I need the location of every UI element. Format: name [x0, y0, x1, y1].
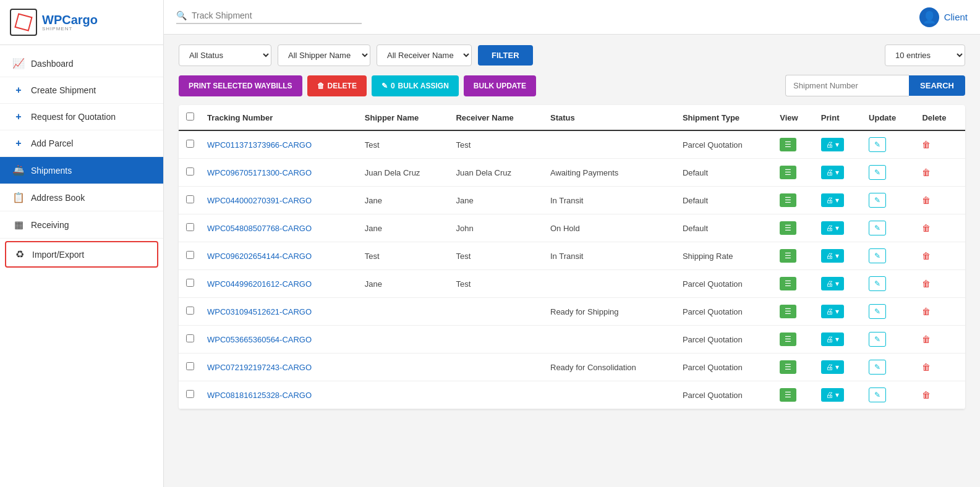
update-button[interactable]: ✎: [869, 221, 886, 235]
row-delete-button[interactable]: 🗑: [922, 223, 931, 233]
view-button[interactable]: ☰: [780, 388, 796, 402]
row-delete-button[interactable]: 🗑: [922, 279, 931, 289]
tracking-link[interactable]: WPC044000270391-CARGO: [207, 196, 312, 205]
delete-button[interactable]: 🗑 DELETE: [307, 75, 367, 96]
user-area[interactable]: 👤 Client: [919, 7, 968, 27]
sidebar-item-create-shipment[interactable]: + Create Shipment: [0, 77, 163, 104]
tracking-number: WPC081816125328-CARGO: [201, 381, 359, 409]
update-button[interactable]: ✎: [869, 332, 886, 347]
update-button[interactable]: ✎: [869, 276, 886, 291]
col-receiver: Receiver Name: [450, 105, 544, 130]
tracking-link[interactable]: WPC031094512621-CARGO: [207, 307, 312, 316]
tracking-link[interactable]: WPC072192197243-CARGO: [207, 363, 312, 372]
sidebar-item-request-quotation[interactable]: + Request for Quotation: [0, 104, 163, 130]
bulk-assign-button[interactable]: ✎ 0 BULK ASSIGN: [372, 75, 459, 96]
dashboard-icon: 📈: [12, 57, 25, 69]
print-button[interactable]: 🖨 ▾: [821, 360, 844, 374]
row-checkbox[interactable]: [186, 140, 194, 148]
tracking-link[interactable]: WPC044996201612-CARGO: [207, 279, 312, 289]
print-button[interactable]: 🖨 ▾: [821, 388, 844, 402]
row-checkbox[interactable]: [186, 390, 194, 398]
update-button[interactable]: ✎: [869, 387, 886, 402]
row-checkbox[interactable]: [186, 251, 194, 259]
tracking-link[interactable]: WPC096705171300-CARGO: [207, 168, 312, 177]
tracking-link[interactable]: WPC081816125328-CARGO: [207, 391, 312, 400]
select-all-checkbox[interactable]: [186, 112, 194, 121]
row-delete-button[interactable]: 🗑: [922, 390, 931, 400]
bulk-update-button[interactable]: BULK UPDATE: [464, 75, 536, 96]
view-button[interactable]: ☰: [780, 249, 796, 263]
row-delete-button[interactable]: 🗑: [922, 251, 931, 261]
print-button[interactable]: 🖨 ▾: [821, 193, 844, 207]
plus-icon: +: [12, 138, 25, 149]
view-button[interactable]: ☰: [780, 360, 796, 374]
update-button[interactable]: ✎: [869, 193, 886, 208]
search-button[interactable]: SEARCH: [909, 75, 965, 96]
row-checkbox-cell: [179, 214, 201, 242]
row-delete-button[interactable]: 🗑: [922, 167, 931, 177]
update-button[interactable]: ✎: [869, 304, 886, 319]
print-button[interactable]: 🖨 ▾: [821, 249, 844, 263]
update-cell: ✎: [863, 242, 916, 270]
row-delete-button[interactable]: 🗑: [922, 334, 931, 344]
entries-select[interactable]: 10 entries 25 entries 50 entries 100 ent…: [885, 44, 965, 66]
tracking-number: WPC096705171300-CARGO: [201, 159, 359, 187]
view-button[interactable]: ☰: [780, 221, 796, 235]
status-filter[interactable]: All Status: [179, 44, 271, 66]
row-checkbox[interactable]: [186, 167, 194, 176]
shipment-number-input[interactable]: [785, 75, 909, 96]
sidebar-item-import-export[interactable]: ♻ Import/Export: [5, 241, 158, 268]
row-delete-button[interactable]: 🗑: [922, 362, 931, 372]
shipper-name: Test: [359, 130, 450, 159]
print-button[interactable]: 🖨 ▾: [821, 332, 844, 346]
update-button[interactable]: ✎: [869, 137, 886, 152]
receiver-filter[interactable]: All Receiver Name: [377, 44, 472, 66]
status: [544, 130, 676, 159]
sidebar-item-receiving[interactable]: ▦ Receiving: [0, 211, 163, 239]
view-button[interactable]: ☰: [780, 277, 796, 290]
sidebar-item-address-book[interactable]: 📋 Address Book: [0, 184, 163, 211]
view-button[interactable]: ☰: [780, 166, 796, 179]
view-button[interactable]: ☰: [780, 138, 796, 151]
print-button[interactable]: 🖨 ▾: [821, 305, 844, 318]
main-area: 🔍 👤 Client All Status All Shipper Name A…: [164, 0, 980, 487]
row-checkbox[interactable]: [186, 223, 194, 231]
tracking-number: WPC053665360564-CARGO: [201, 326, 359, 354]
row-checkbox[interactable]: [186, 279, 194, 287]
sidebar-item-shipments[interactable]: 🚢 Shipments: [0, 157, 163, 184]
tracking-link[interactable]: WPC053665360564-CARGO: [207, 335, 312, 344]
shipments-table: Tracking Number Shipper Name Receiver Na…: [179, 105, 965, 409]
view-button[interactable]: ☰: [780, 332, 796, 346]
tracking-number: WPC054808507768-CARGO: [201, 214, 359, 242]
filter-button[interactable]: FILTER: [478, 45, 533, 66]
sidebar-item-add-parcel[interactable]: + Add Parcel: [0, 130, 163, 157]
receiver-name: John: [450, 214, 544, 242]
update-button[interactable]: ✎: [869, 165, 886, 180]
sidebar-item-dashboard[interactable]: 📈 Dashboard: [0, 50, 163, 77]
shipper-filter[interactable]: All Shipper Name: [278, 44, 370, 66]
row-checkbox[interactable]: [186, 307, 194, 315]
row-checkbox[interactable]: [186, 334, 194, 342]
table-row: WPC081816125328-CARGO Parcel Quotation ☰…: [179, 381, 965, 409]
tracking-link[interactable]: WPC096202654144-CARGO: [207, 252, 312, 261]
row-delete-button[interactable]: 🗑: [922, 195, 931, 205]
print-button[interactable]: 🖨 ▾: [821, 138, 844, 151]
update-cell: ✎: [863, 298, 916, 326]
view-button[interactable]: ☰: [780, 193, 796, 207]
row-checkbox[interactable]: [186, 195, 194, 203]
view-button[interactable]: ☰: [780, 305, 796, 318]
track-search-input[interactable]: [192, 11, 352, 20]
tracking-link[interactable]: WPC011371373966-CARGO: [207, 140, 312, 150]
print-button[interactable]: 🖨 ▾: [821, 277, 844, 290]
tracking-link[interactable]: WPC054808507768-CARGO: [207, 224, 312, 233]
row-delete-button[interactable]: 🗑: [922, 140, 931, 150]
row-delete-button[interactable]: 🗑: [922, 307, 931, 316]
update-button[interactable]: ✎: [869, 248, 886, 263]
bulk-assign-label: BULK ASSIGN: [398, 82, 449, 90]
print-button[interactable]: 🖨 ▾: [821, 166, 844, 179]
sidebar: WPCargo SHIPMENT 📈 Dashboard + Create Sh…: [0, 0, 164, 487]
update-button[interactable]: ✎: [869, 360, 886, 375]
print-button[interactable]: 🖨 ▾: [821, 221, 844, 235]
print-waybills-button[interactable]: PRINT SELECTED WAYBILLS: [179, 75, 302, 96]
row-checkbox[interactable]: [186, 362, 194, 370]
